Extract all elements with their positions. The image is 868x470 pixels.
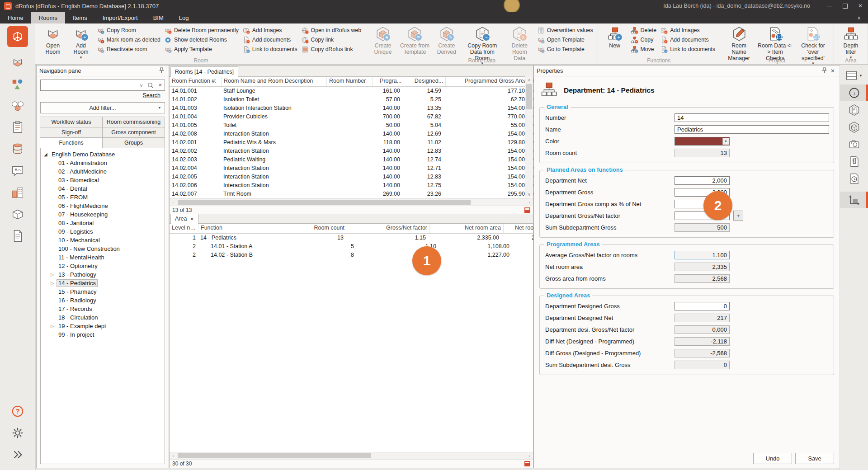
close-tab-icon[interactable]: ✕ xyxy=(190,216,193,221)
tree-item-100-new-construction[interactable]: 100 - New Construction xyxy=(41,244,165,253)
help-button[interactable]: ? xyxy=(9,402,27,420)
department-net-field[interactable]: 2,000 xyxy=(675,176,730,185)
filter-tab-groups[interactable]: Groups xyxy=(102,137,165,148)
filter-tab-functions[interactable]: Functions xyxy=(40,137,103,148)
tree-item-09-logistics[interactable]: 09 - Logistics xyxy=(41,227,165,236)
name-field[interactable]: Pediatrics xyxy=(675,125,829,134)
area-summary-icon[interactable] xyxy=(524,461,530,466)
table-row[interactable]: 114 - Pediatrics131.152,335.00216.88 xyxy=(170,234,533,242)
delete-room-permanently-button[interactable]: −Delete Room permanently xyxy=(164,26,239,34)
module-home-active[interactable] xyxy=(7,26,28,47)
table-row[interactable]: 14.02.005Interaction Station140.0012.831… xyxy=(170,173,533,181)
close-panel-icon[interactable]: ✕ xyxy=(829,68,837,74)
tree-item-05-erom[interactable]: 05 - EROM xyxy=(41,193,165,202)
menu-tab-import-export[interactable]: Import/Export xyxy=(95,12,146,24)
tree-item-15-pharmacy[interactable]: 15 - Pharmacy xyxy=(41,287,165,296)
tree-item-12-optometry[interactable]: 12 - Optometry xyxy=(41,262,165,270)
module-logistics[interactable] xyxy=(9,205,27,223)
filter-tab-gross-component[interactable]: Gross component xyxy=(102,127,165,138)
module-buildings[interactable] xyxy=(9,183,27,202)
tree-item-19-example-dept[interactable]: ▷19 - Example dept xyxy=(41,322,165,330)
scroll-up-icon[interactable]: ∧ xyxy=(525,76,533,83)
expand-button[interactable] xyxy=(9,446,27,464)
chevron-down-icon[interactable]: ▼ xyxy=(722,138,729,145)
overwritten-values-button[interactable]: Overwritten values xyxy=(537,26,593,34)
search-history-chevron-icon[interactable]: ˅ xyxy=(137,83,145,88)
depth-filter-button[interactable]: Depth filter▼ xyxy=(837,25,864,61)
scroll-right-icon[interactable]: › xyxy=(526,454,533,458)
tree-item-08-janitorial[interactable]: 08 - Janitorial xyxy=(41,219,165,227)
panel-icon-log[interactable] xyxy=(840,170,868,187)
open-room-button[interactable]: Open Room xyxy=(39,25,66,57)
tree-item-13-pathology[interactable]: ▷13 - Pathology xyxy=(41,270,165,279)
create-from-template-button[interactable]: =Create from Template xyxy=(397,25,432,57)
copy-room-button[interactable]: =Copy Room xyxy=(97,26,160,34)
table-row[interactable]: 14.02.003Pediatric Waiting140.0012.74154… xyxy=(170,155,533,164)
table-row[interactable]: 14.02.006Interaction Station140.0012.751… xyxy=(170,181,533,190)
panel-icon-attachments[interactable] xyxy=(840,153,868,169)
table-row[interactable]: 14.01.004Provider Cubicles700.0067.82770… xyxy=(170,113,533,121)
scroll-left-icon[interactable]: ‹ xyxy=(170,200,177,205)
module-items[interactable] xyxy=(9,75,27,93)
pin-icon[interactable] xyxy=(820,67,829,75)
module-database[interactable] xyxy=(9,140,27,158)
menu-tab-home[interactable]: Home xyxy=(0,12,31,24)
new-button[interactable]: +New xyxy=(601,25,628,51)
copy-button[interactable]: =Copy xyxy=(631,36,657,44)
search-link[interactable]: Search xyxy=(142,92,160,99)
create-derived-button[interactable]: ✎Create Derived xyxy=(433,25,460,57)
copy-drofus-link-button[interactable]: Copy dRofus link xyxy=(301,45,361,53)
go-to-template-button[interactable]: →Go to Template xyxy=(537,45,593,53)
area-summary-icon[interactable] xyxy=(524,207,530,213)
column-header[interactable]: Room Function #: xyxy=(170,77,222,86)
table-row[interactable]: 14.02.008Interaction Station140.0012.691… xyxy=(170,130,533,138)
scroll-left-icon[interactable]: ‹ xyxy=(170,454,177,458)
department-designed-gross-field[interactable]: 0 xyxy=(675,302,730,310)
maximize-button[interactable] xyxy=(837,0,853,12)
tree-root[interactable]: ◢English Demo Database xyxy=(41,150,165,159)
close-button[interactable]: ✕ xyxy=(853,0,868,12)
module-rooms[interactable] xyxy=(9,53,27,71)
open-template-button[interactable]: ≡Open Template xyxy=(537,36,593,44)
create-unique-button[interactable]: ★Create Unique xyxy=(369,25,396,57)
search-icon[interactable] xyxy=(145,82,156,89)
minimize-button[interactable]: — xyxy=(822,0,837,12)
scroll-down-icon[interactable]: ∨ xyxy=(525,191,533,197)
menu-tab-rooms[interactable]: Rooms xyxy=(31,12,65,24)
panel-icon-area[interactable] xyxy=(840,192,868,208)
column-header[interactable]: Programmed Gross Area xyxy=(446,77,530,86)
tree-item-01-administration[interactable]: 01 - Administration xyxy=(41,159,165,167)
copy-link-button[interactable]: Copy link xyxy=(301,36,361,44)
filter-tab-room-commissioning[interactable]: Room commissioning xyxy=(102,117,165,127)
tree-item-02-adultmedicine[interactable]: 02 - AdultMedicine xyxy=(41,167,165,176)
column-header[interactable]: Room Name and Room Description xyxy=(222,77,327,86)
tab-area[interactable]: Area✕ xyxy=(170,213,198,224)
table-row[interactable]: 14.02.004Interaction Station140.0012.711… xyxy=(170,164,533,173)
tree-item-17-records[interactable]: 17 - Records xyxy=(41,305,165,313)
module-reports[interactable] xyxy=(9,118,27,136)
mark-room-as-deleted-button[interactable]: xMark room as deleted xyxy=(97,36,160,44)
expand-icon[interactable]: ▷ xyxy=(51,270,54,279)
collapse-ribbon-icon[interactable]: ∧ xyxy=(850,12,868,24)
reactivate-room-button[interactable]: ↺Reactivate room xyxy=(97,45,160,53)
table-row[interactable]: 14.02.002Interaction Station140.0012.831… xyxy=(170,147,533,155)
save-button[interactable]: Save xyxy=(795,453,834,464)
tree-item-03-biomedical[interactable]: 03 - Biomedical xyxy=(41,176,165,184)
table-row[interactable]: 214.01 - Station A51.101,108.00106.05 xyxy=(170,242,533,251)
menu-tab-items[interactable]: Items xyxy=(65,12,95,24)
panel-icon-panel-layout[interactable]: ▼ xyxy=(840,67,868,84)
add-images-button[interactable]: +Add Images xyxy=(660,26,715,34)
module-documents[interactable] xyxy=(9,227,27,245)
column-header[interactable]: Room Number xyxy=(327,77,373,86)
add-filter-button[interactable]: Add filter...▼ xyxy=(40,102,165,113)
table-row[interactable]: 14.01.003Isolation Interaction Station14… xyxy=(170,104,533,113)
column-header[interactable]: Room count xyxy=(300,224,347,233)
add-images-button[interactable]: +Add Images xyxy=(242,26,297,34)
table-row[interactable]: 214.02 - Station B81.101,227.00110.83 xyxy=(170,251,533,259)
undo-button[interactable]: Undo xyxy=(753,453,792,464)
panel-icon-items-in-room[interactable] xyxy=(840,119,868,135)
module-chat[interactable] xyxy=(9,162,27,180)
filter-tab-workflow-status[interactable]: Workflow status xyxy=(40,117,103,127)
open-in-drofus-web-button[interactable]: Open in dRofus web xyxy=(301,26,361,34)
panel-icon-images[interactable] xyxy=(840,136,868,152)
